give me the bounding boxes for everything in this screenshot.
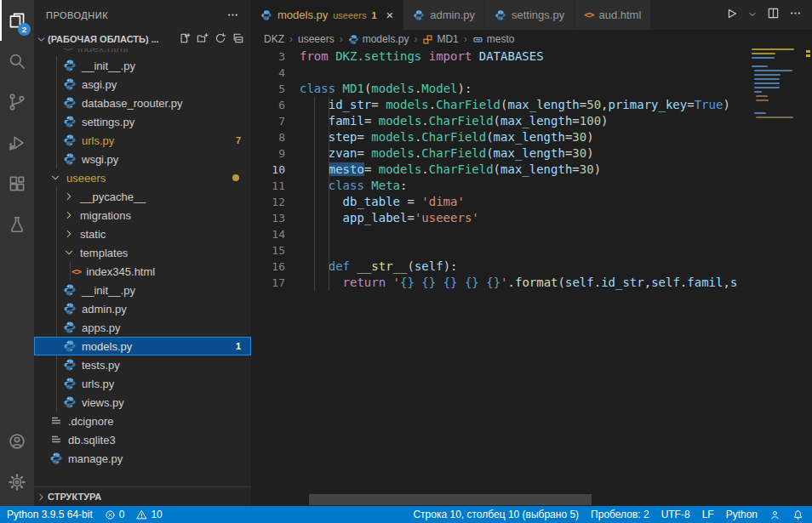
status-indentation[interactable]: Пробелов: 2 [591,509,649,520]
tree-item-__init__.py[interactable]: __init__.py [34,281,251,299]
tree-item-index345.html[interactable]: <>index345.html [34,262,251,281]
horizontal-scrollbar[interactable] [309,494,592,505]
tab-problems-badge: 1 [371,10,376,20]
sidebar-title: ПРОВОДНИК [46,10,108,20]
activity-explorer[interactable]: 2 [0,0,34,41]
activity-bottom [0,421,34,503]
status-label: UTF-8 [661,509,690,520]
tree-item-.dcignore[interactable]: .dcignore [34,412,251,430]
breadcrumb-item-mesto[interactable]: mesto [472,33,515,45]
line-number: 12 [251,194,300,210]
activity-account[interactable] [0,421,34,462]
code-line-10: 10 mesto= models.CharField(max_length=30… [251,162,749,178]
more-actions-icon[interactable] [226,9,239,21]
tab-settings.py[interactable]: settings.py [485,0,575,30]
tree-item-manage.py[interactable]: manage.py [34,449,251,468]
tree-item-templates[interactable]: templates [34,243,251,262]
activity-search[interactable] [0,41,34,82]
collapse-all-button[interactable] [232,32,244,46]
tree-item-label: models.py [82,340,132,353]
breadcrumb-item-dkz[interactable]: DKZ [264,33,284,45]
status-warning-count[interactable]: 10 [136,509,162,520]
chevron-down-icon [63,247,75,259]
tree-item-index.html[interactable]: <>index.html [34,48,251,56]
activity-extensions[interactable] [0,163,34,204]
tab-description: useeers [333,10,366,20]
tree-item-__pycache__[interactable]: __pycache__ [34,187,251,206]
problems-badge: 7 [236,135,241,145]
tree-item-migrations[interactable]: migrations [34,206,251,225]
more-actions-button[interactable] [789,7,802,23]
status-encoding[interactable]: UTF-8 [661,509,690,520]
status-cursor-position[interactable]: Строка 10, столбец 10 (выбрано 5) [413,509,579,520]
code-text: id_str= models.CharField(max_length=50,p… [300,97,730,113]
python-icon [63,134,77,147]
breadcrumb-item-useeers[interactable]: useeers [298,33,335,45]
code-indent-guide [314,97,315,291]
chevron-right-icon [63,209,75,221]
refresh-button[interactable] [214,32,226,46]
python-icon [260,9,272,21]
tree-item-apps.py[interactable]: apps.py [34,318,251,337]
tree-item-wsgi.py[interactable]: wsgi.py [34,150,251,168]
modified-dot-badge [232,174,239,181]
status-python-version[interactable]: Python 3.9.5 64-bit [7,509,93,520]
code-editor[interactable]: 3from DKZ.settings import DATABASES45cla… [251,48,749,291]
tab-label: models.py [277,9,328,21]
status-language-mode[interactable]: Python [726,509,758,520]
status-label: Python [726,509,758,520]
status-eol[interactable]: LF [702,509,714,520]
testing-icon [8,215,26,234]
tree-item-asgi.py[interactable]: asgi.py [34,75,251,94]
tree-item-views.py[interactable]: views.py [34,393,251,412]
code-text: db_table = 'dima' [300,194,465,210]
status-notifications[interactable] [792,509,803,520]
tree-item-label: views.py [82,396,124,409]
tree-item-useeers[interactable]: useeers [34,168,251,187]
new-file-icon [179,32,191,44]
activity-settings-gear[interactable] [0,462,34,503]
new-file-button[interactable] [179,32,191,46]
tree-item-__init__.py[interactable]: __init__.py [34,56,251,75]
tree-item-db.sqlite3[interactable]: db.sqlite3 [34,430,251,449]
editor-group: models.pyuseeers1×admin.pysettings.py<>a… [251,0,812,506]
code-line-9: 9 zvan= models.CharField(max_length=30) [251,145,749,162]
activity-run-debug[interactable] [0,122,34,163]
breadcrumb-item-models.py[interactable]: models.py [348,33,409,45]
activity-testing[interactable] [0,204,34,245]
code-indent-guide [329,97,329,291]
split-editor-button[interactable] [767,7,780,23]
code-text: app_label='useeers' [300,210,479,226]
tree-item-label: templates [80,247,128,259]
tree-item-urls.py[interactable]: urls.py7 [34,131,251,150]
tab-models.py[interactable]: models.pyuseeers1× [251,0,403,30]
tree-item-models.py[interactable]: models.py1 [34,337,251,355]
tree-item-settings.py[interactable]: settings.py [34,112,251,131]
tab-aud.html[interactable]: <>aud.html [575,0,651,30]
tree-item-admin.py[interactable]: admin.py [34,299,251,318]
python-icon [348,34,359,45]
status-feedback[interactable] [769,509,781,520]
breadcrumb-item-md1[interactable]: MD1 [422,33,458,45]
code-line-4: 4 [251,65,749,81]
code-area: 3from DKZ.settings import DATABASES45cla… [251,48,812,506]
run-button[interactable] [724,7,738,24]
run-dropdown-button[interactable] [747,8,758,23]
line-number: 10 [251,162,300,178]
workspace-section-header[interactable]: (РАБОЧАЯ ОБЛАСТЬ) ... [34,30,251,48]
minimap[interactable] [749,48,804,506]
warning-icon [136,509,147,520]
new-folder-button[interactable] [197,32,209,46]
close-icon[interactable]: × [386,9,394,21]
outline-section-header[interactable]: СТРУКТУРА [34,486,251,506]
activity-source-control[interactable] [0,82,34,122]
feedback-icon [769,509,781,520]
tree-item-tests.py[interactable]: tests.py [34,355,251,374]
tree-item-database_roouter.py[interactable]: database_roouter.py [34,94,251,112]
status-error-count[interactable]: 0 [105,509,125,520]
tree-item-urls.py[interactable]: urls.py [34,374,251,393]
tree-item-label: migrations [80,209,131,222]
tab-admin.py[interactable]: admin.py [403,0,485,30]
lines-icon [49,433,63,446]
tree-item-static[interactable]: static [34,225,251,243]
